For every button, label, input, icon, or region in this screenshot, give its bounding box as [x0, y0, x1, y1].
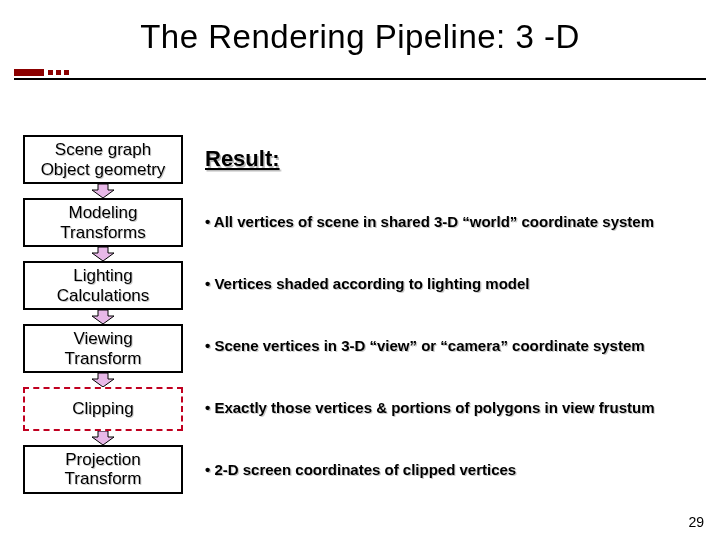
- stage-label: Transforms: [29, 223, 177, 243]
- pipeline-column: Scene graph Object geometry Modeling Tra…: [18, 135, 188, 494]
- title-underline: [14, 78, 706, 80]
- result-bullet: • Exactly those vertices & portions of p…: [205, 383, 705, 431]
- stage-label: Projection: [29, 450, 177, 470]
- stage-label: Lighting: [29, 266, 177, 286]
- svg-marker-0: [92, 184, 114, 198]
- result-bullet: • Vertices shaded according to lighting …: [205, 259, 705, 307]
- svg-marker-1: [92, 247, 114, 261]
- slide-number: 29: [688, 514, 704, 530]
- stage-label: Transform: [29, 349, 177, 369]
- stage-label: Clipping: [29, 399, 177, 419]
- svg-marker-4: [92, 431, 114, 445]
- result-column: Result: • All vertices of scene in share…: [205, 135, 705, 493]
- arrow-down-icon: [23, 373, 183, 387]
- svg-marker-2: [92, 310, 114, 324]
- svg-marker-3: [92, 373, 114, 387]
- stage-label: Scene graph: [29, 140, 177, 160]
- stage-scene-graph: Scene graph Object geometry: [23, 135, 183, 184]
- result-bullet: • Scene vertices in 3-D “view” or “camer…: [205, 321, 705, 369]
- result-bullet: • 2-D screen coordinates of clipped vert…: [205, 445, 705, 493]
- arrow-down-icon: [23, 247, 183, 261]
- stage-label: Object geometry: [29, 160, 177, 180]
- stage-modeling-transforms: Modeling Transforms: [23, 198, 183, 247]
- stage-label: Transform: [29, 469, 177, 489]
- stage-lighting-calculations: Lighting Calculations: [23, 261, 183, 310]
- result-bullet: • All vertices of scene in shared 3-D “w…: [205, 197, 705, 245]
- arrow-down-icon: [23, 431, 183, 445]
- slide-title: The Rendering Pipeline: 3 -D: [0, 18, 720, 56]
- stage-label: Modeling: [29, 203, 177, 223]
- accent-bar: [14, 69, 44, 76]
- result-heading: Result:: [205, 135, 705, 183]
- arrow-down-icon: [23, 184, 183, 198]
- stage-label: Calculations: [29, 286, 177, 306]
- stage-viewing-transform: Viewing Transform: [23, 324, 183, 373]
- stage-label: Viewing: [29, 329, 177, 349]
- accent-dot: [56, 70, 61, 75]
- accent-dot: [64, 70, 69, 75]
- slide-title-area: The Rendering Pipeline: 3 -D: [0, 18, 720, 56]
- arrow-down-icon: [23, 310, 183, 324]
- stage-clipping: Clipping: [23, 387, 183, 431]
- accent-dot: [48, 70, 53, 75]
- stage-projection-transform: Projection Transform: [23, 445, 183, 494]
